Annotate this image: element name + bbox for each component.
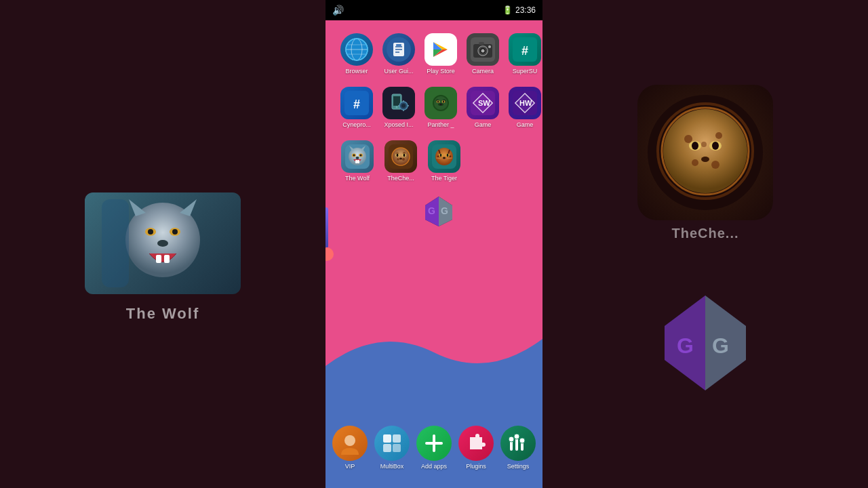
app-row-2: # Cynepro...: [329, 81, 539, 134]
svg-point-122: [344, 435, 355, 446]
svg-point-135: [509, 436, 514, 442]
settings-icon: [500, 426, 536, 461]
addapps-icon: [416, 426, 452, 461]
game-hw-icon: HW: [509, 87, 541, 119]
svg-point-18: [701, 157, 709, 162]
svg-rect-58: [393, 96, 400, 106]
app-grid: Browser User Gui...: [326, 20, 542, 241]
svg-rect-41: [396, 44, 401, 46]
panther-label: Panther _: [421, 121, 460, 128]
phone-screen: Browser User Gui...: [326, 20, 542, 488]
app-xposed[interactable]: Xposed I...: [379, 87, 418, 128]
app-game-hw[interactable]: HW Game: [505, 87, 542, 128]
vip-icon: [332, 426, 368, 461]
svg-point-13: [684, 135, 692, 143]
app-playstore[interactable]: Play Store: [421, 33, 460, 75]
svg-point-22: [712, 142, 719, 150]
app-cyneproc[interactable]: # Cynepro...: [337, 87, 376, 128]
svg-point-137: [519, 438, 525, 443]
time-display: 23:36: [515, 5, 536, 15]
battery-icon: 🔋: [502, 5, 513, 15]
multibox-icon: [374, 426, 410, 461]
svg-point-104: [397, 154, 399, 157]
dock-addapps[interactable]: Add apps: [416, 426, 452, 470]
svg-point-8: [148, 229, 153, 235]
svg-marker-2: [180, 199, 197, 216]
vip-label: VIP: [345, 463, 355, 470]
phone: 🔊 🔋 23:36: [326, 0, 542, 488]
supersu-label: SuperSU: [505, 68, 542, 75]
status-left: 🔊: [332, 5, 344, 16]
svg-point-51: [488, 45, 491, 48]
dock-settings[interactable]: Settings: [500, 426, 536, 470]
svg-point-113: [447, 154, 449, 157]
cheetah-label: TheChe...: [381, 175, 420, 182]
svg-point-136: [514, 434, 519, 439]
wolf-label: The Wolf: [338, 175, 377, 182]
svg-rect-10: [102, 199, 129, 287]
svg-point-100: [397, 158, 399, 161]
app-gameguardian[interactable]: G G: [418, 194, 459, 228]
userguide-label: User Gui...: [379, 68, 418, 75]
svg-point-95: [356, 157, 359, 159]
app-game-sw[interactable]: SW Game: [463, 87, 502, 128]
wolf-bg-label: The Wolf: [126, 305, 199, 323]
app-browser[interactable]: Browser: [337, 33, 376, 75]
app-row-4: G G: [329, 188, 539, 235]
svg-point-14: [715, 132, 722, 139]
app-cheetah[interactable]: TheChe...: [380, 140, 421, 182]
playstore-icon: [425, 33, 457, 66]
svg-point-49: [481, 49, 485, 53]
svg-point-101: [402, 158, 405, 161]
app-wolf[interactable]: The Wolf: [337, 140, 378, 182]
svg-rect-90: [357, 160, 359, 163]
multibox-label: MultiBox: [380, 463, 404, 470]
wolf-icon: [341, 140, 374, 173]
browser-label: Browser: [337, 68, 376, 75]
dock-plugins[interactable]: Plugins: [458, 426, 494, 470]
addapps-label: Add apps: [421, 463, 447, 470]
svg-point-59: [396, 106, 398, 108]
cyneproc-icon: #: [340, 87, 373, 119]
game-sw-icon: SW: [467, 87, 499, 119]
app-panther[interactable]: Panther _: [421, 87, 460, 128]
camera-icon: [467, 33, 499, 66]
playstore-label: Play Store: [421, 68, 460, 75]
svg-text:G: G: [441, 205, 448, 216]
dock: VIP MultiBox: [326, 420, 542, 488]
tiger-label: The Tiger: [425, 175, 464, 182]
svg-rect-126: [393, 444, 401, 452]
userguide-icon: [382, 33, 415, 66]
svg-point-15: [692, 159, 698, 166]
fab-button[interactable]: [326, 247, 334, 261]
supersu-icon: #: [509, 33, 541, 66]
svg-rect-89: [355, 160, 357, 163]
svg-text:HW: HW: [519, 99, 532, 107]
svg-rect-4: [164, 255, 170, 263]
plugins-label: Plugins: [466, 463, 486, 470]
svg-point-17: [701, 142, 707, 147]
scroll-indicator: [326, 207, 328, 248]
xposed-icon: [382, 87, 415, 119]
app-supersu[interactable]: # SuperSU: [505, 33, 542, 75]
app-userguide[interactable]: User Gui...: [379, 33, 418, 75]
game-hw-label: Game: [505, 121, 542, 128]
svg-point-16: [711, 161, 719, 169]
app-camera[interactable]: Camera: [463, 33, 502, 75]
svg-point-12: [663, 109, 747, 193]
settings-label: Settings: [507, 463, 530, 470]
game-sw-label: Game: [463, 121, 502, 128]
svg-text:G: G: [428, 205, 435, 216]
dock-multibox[interactable]: MultiBox: [374, 426, 410, 470]
svg-rect-3: [156, 255, 161, 263]
svg-point-112: [440, 154, 442, 157]
background-right: TheChe... G G: [542, 0, 868, 488]
wolf-bg-image: [85, 192, 241, 294]
status-bar: 🔊 🔋 23:36: [326, 0, 542, 20]
app-tiger[interactable]: The Tiger: [424, 140, 465, 182]
svg-point-9: [172, 229, 178, 235]
svg-point-5: [157, 240, 168, 247]
dock-vip[interactable]: VIP: [332, 426, 368, 470]
svg-text:G: G: [677, 333, 694, 358]
svg-text:#: #: [353, 98, 360, 111]
